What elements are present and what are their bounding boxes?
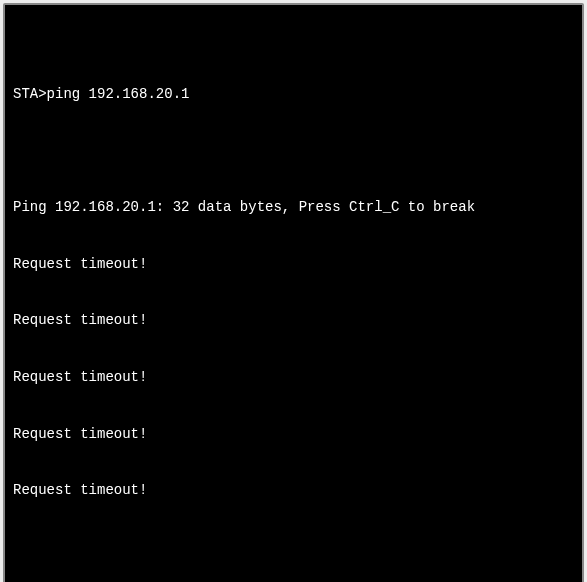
terminal-line (13, 538, 574, 557)
timeout-line: Request timeout! (13, 311, 574, 330)
timeout-line: Request timeout! (13, 425, 574, 444)
terminal-line (13, 141, 574, 160)
timeout-line: Request timeout! (13, 255, 574, 274)
ping-header: Ping 192.168.20.1: 32 data bytes, Press … (13, 198, 574, 217)
command-line: STA>ping 192.168.20.1 (13, 85, 574, 104)
timeout-line: Request timeout! (13, 481, 574, 500)
timeout-line: Request timeout! (13, 368, 574, 387)
terminal-output-1: STA>ping 192.168.20.1 Ping 192.168.20.1:… (3, 3, 584, 582)
